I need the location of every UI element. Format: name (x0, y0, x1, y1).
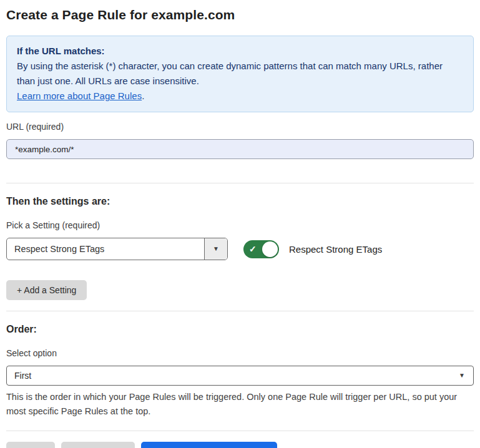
order-select[interactable]: First ▼ (6, 366, 474, 386)
toggle-knob (262, 241, 278, 257)
save-as-draft-button[interactable]: Save as Draft (61, 442, 135, 448)
setting-dropdown-value: Respect Strong ETags (7, 238, 204, 260)
order-select-label: Select option (6, 348, 474, 358)
setting-toggle[interactable]: ✓ (243, 240, 279, 258)
chevron-down-icon: ▼ (213, 246, 219, 252)
order-select-value: First (14, 371, 31, 381)
url-match-info-box: If the URL matches: By using the asteris… (6, 36, 474, 112)
form-actions: Cancel Save as Draft Save and Deploy Pag… (6, 442, 474, 448)
page-rule-form: Create a Page Rule for example.com If th… (0, 0, 480, 448)
pick-setting-label: Pick a Setting (required) (6, 220, 474, 230)
order-section-heading: Order: (6, 324, 474, 335)
settings-section-heading: Then the settings are: (6, 196, 474, 207)
setting-dropdown[interactable]: Respect Strong ETags ▼ (6, 238, 228, 260)
link-suffix: . (142, 90, 144, 101)
add-setting-button[interactable]: + Add a Setting (6, 280, 87, 300)
info-box-heading: If the URL matches: (17, 44, 463, 59)
cancel-button[interactable]: Cancel (6, 442, 55, 448)
chevron-down-icon: ▼ (459, 373, 465, 379)
divider (6, 311, 474, 311)
save-and-deploy-button[interactable]: Save and Deploy Page Rule (141, 442, 277, 448)
order-help-text: This is the order in which your Page Rul… (6, 390, 474, 419)
setting-row: Respect Strong ETags ▼ ✓ Respect Strong … (6, 238, 474, 260)
url-input[interactable] (6, 139, 474, 159)
divider (6, 431, 474, 431)
page-title: Create a Page Rule for example.com (6, 7, 474, 22)
info-box-body: By using the asterisk (*) character, you… (17, 59, 448, 89)
check-icon: ✓ (249, 244, 257, 254)
info-box-link-line: Learn more about Page Rules. (17, 89, 463, 104)
setting-dropdown-arrow-button[interactable]: ▼ (204, 238, 227, 260)
learn-more-link[interactable]: Learn more about Page Rules (17, 90, 142, 101)
url-field-label: URL (required) (6, 122, 474, 132)
setting-toggle-wrap: ✓ Respect Strong ETags (243, 240, 382, 258)
divider (6, 183, 474, 183)
setting-toggle-label: Respect Strong ETags (289, 244, 382, 255)
